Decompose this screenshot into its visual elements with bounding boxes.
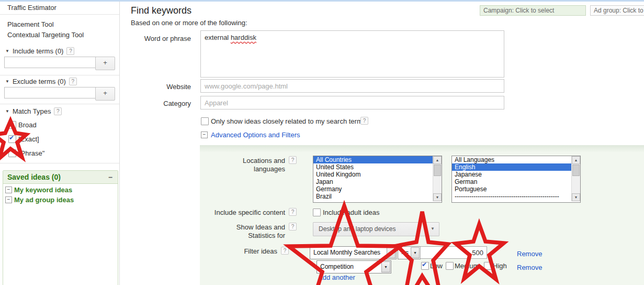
scroll-up-icon[interactable]: ▲ <box>433 156 442 164</box>
competition-high-checkbox[interactable]: ✔ <box>484 262 492 270</box>
adult-ideas-label: Include adult ideas <box>323 209 379 216</box>
locations-label-line2: languages <box>200 165 285 173</box>
match-type-phrase-label: "Phrase" <box>18 149 44 157</box>
sidebar: Traffic Estimator Placement Tool Context… <box>0 2 120 285</box>
locations-label-line1: Locations and <box>200 157 285 165</box>
help-icon[interactable]: ? <box>289 223 297 231</box>
remove-filter-link[interactable]: Remove <box>517 250 542 258</box>
include-terms-label: Include terms (0) <box>13 47 64 55</box>
sidebar-item-placement-tool[interactable]: Placement Tool <box>7 20 54 28</box>
show-ideas-label-line1: Show Ideas and <box>200 223 285 231</box>
sidebar-item-contextual-targeting-tool[interactable]: Contextual Targeting Tool <box>7 31 84 39</box>
category-input[interactable] <box>200 96 504 109</box>
my-keyword-ideas-link[interactable]: My keyword ideas <box>14 186 72 194</box>
include-terms-add-button[interactable]: + <box>95 57 115 70</box>
show-ideas-label-line2: Statistics for <box>200 232 285 239</box>
check-icon: ✔ <box>9 134 14 141</box>
competition-low-label: Low <box>430 262 443 270</box>
campaign-selector[interactable]: Campaign: Click to select <box>480 5 586 16</box>
website-label: Website <box>126 83 191 91</box>
filter-metric-dropdown[interactable]: Local Monthly Searches ▼ <box>310 246 397 259</box>
page-title: Find keywords <box>131 5 191 16</box>
help-icon[interactable]: ? <box>281 247 289 255</box>
list-item[interactable]: Brazil <box>313 193 442 200</box>
help-icon[interactable]: ? <box>69 78 77 85</box>
filter-metric-value: Local Monthly Searches <box>313 249 380 256</box>
device-dropdown[interactable]: Desktop and laptop devices ▼ <box>313 222 439 236</box>
keyword-tool-screen: Traffic Estimator Placement Tool Context… <box>0 0 644 285</box>
saved-adgroup-ideas-row[interactable]: − My ad group ideas <box>5 196 118 204</box>
languages-listbox[interactable]: All Languages English Japanese German Po… <box>451 156 581 203</box>
device-dropdown-value: Desktop and laptop devices <box>319 225 396 233</box>
countries-scrollbar[interactable]: ▲ ▼ <box>433 156 442 201</box>
languages-scrollbar[interactable]: ▲ ▼ <box>571 156 580 201</box>
list-item[interactable]: All Countries <box>313 156 442 163</box>
help-icon[interactable]: ? <box>289 208 297 216</box>
match-type-broad-checkbox[interactable]: ✔ <box>8 121 16 129</box>
ad-group-selector[interactable]: Ad group: Click to select <box>590 5 644 16</box>
add-another-link[interactable]: Add another <box>318 273 355 281</box>
list-item[interactable]: ----------------------------------------… <box>452 193 580 200</box>
sidebar-item-traffic-estimator[interactable]: Traffic Estimator <box>7 4 57 12</box>
saved-ideas-header: Saved ideas (0) – <box>3 171 118 184</box>
collapse-minus-icon[interactable]: − <box>5 187 12 193</box>
chevron-down-icon: ▼ <box>5 49 9 53</box>
include-terms-header[interactable]: ▼ Include terms (0) ? <box>5 47 74 55</box>
filter-value-input[interactable] <box>420 246 487 259</box>
only-related-checkbox[interactable]: ✔ <box>201 117 209 125</box>
help-icon[interactable]: ? <box>289 156 297 164</box>
website-input[interactable] <box>200 79 504 93</box>
word-or-phrase-value: external <box>205 34 231 41</box>
list-item[interactable]: Portuguese <box>452 185 580 193</box>
remove-filter-link[interactable]: Remove <box>517 264 542 271</box>
chevron-down-icon[interactable]: ▼ <box>387 247 396 258</box>
list-item[interactable]: United Kingdom <box>313 171 442 178</box>
exclude-terms-add-button[interactable]: + <box>95 87 115 101</box>
competition-medium-checkbox[interactable]: ✔ <box>446 262 454 270</box>
filter-operator-value: >= <box>401 249 409 256</box>
match-type-broad-label: Broad <box>18 121 37 129</box>
divider <box>0 14 119 15</box>
list-item[interactable]: German <box>452 178 580 185</box>
include-terms-input[interactable] <box>4 57 96 68</box>
only-related-label: Only show ideas closely related to my se… <box>211 117 366 125</box>
list-item[interactable]: English <box>452 163 580 171</box>
match-types-label: Match Types <box>13 107 51 115</box>
list-item[interactable]: Japan <box>313 178 442 185</box>
match-types-header[interactable]: ▼ Match Types ? <box>5 107 62 115</box>
competition-medium-label: Medium <box>455 262 479 270</box>
exclude-terms-header[interactable]: ▼ Exclude terms (0) ? <box>5 78 77 85</box>
match-type-exact-checkbox[interactable]: ✔ <box>8 135 16 143</box>
my-ad-group-ideas-link[interactable]: My ad group ideas <box>14 196 74 204</box>
exclude-terms-input[interactable] <box>4 87 96 98</box>
saved-ideas-panel: Saved ideas (0) – − My keyword ideas − M… <box>3 170 118 285</box>
countries-listbox[interactable]: All Countries United States United Kingd… <box>313 156 442 203</box>
help-icon[interactable]: ? <box>360 117 368 125</box>
competition-low-checkbox[interactable]: ✔ <box>421 262 429 270</box>
advanced-options-link[interactable]: Advanced Options and Filters <box>211 131 300 139</box>
help-icon[interactable]: ? <box>54 107 62 115</box>
minimize-icon[interactable]: – <box>108 171 112 183</box>
chevron-down-icon[interactable]: ▼ <box>411 247 420 258</box>
adult-ideas-checkbox[interactable]: ✔ <box>313 209 321 216</box>
list-item[interactable]: All Languages <box>452 156 580 163</box>
scroll-up-icon[interactable]: ▲ <box>572 156 580 164</box>
word-or-phrase-textarea[interactable]: external harddisk <box>200 30 504 78</box>
match-type-phrase-checkbox[interactable]: ✔ <box>8 149 16 157</box>
list-item[interactable]: Germany <box>313 185 442 193</box>
advanced-collapse-icon[interactable]: − <box>201 131 208 138</box>
competition-dropdown[interactable]: Competition ▼ <box>317 260 391 273</box>
chevron-down-icon[interactable]: ▼ <box>381 261 390 272</box>
filter-operator-dropdown[interactable]: >= ▼ <box>398 246 421 259</box>
saved-keyword-ideas-row[interactable]: − My keyword ideas <box>5 186 118 194</box>
scrollbar-thumb[interactable] <box>572 165 580 176</box>
chevron-down-icon: ▼ <box>5 79 9 84</box>
help-icon[interactable]: ? <box>66 47 74 55</box>
check-icon: ✔ <box>422 261 427 268</box>
scroll-down-icon[interactable]: ▼ <box>572 193 580 201</box>
scrollbar-thumb[interactable] <box>434 165 441 176</box>
collapse-minus-icon[interactable]: − <box>5 196 12 203</box>
list-item[interactable]: Japanese <box>452 171 580 178</box>
scroll-down-icon[interactable]: ▼ <box>433 193 442 201</box>
list-item[interactable]: United States <box>313 163 442 171</box>
